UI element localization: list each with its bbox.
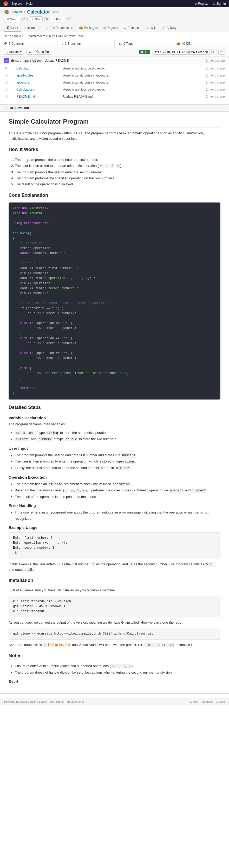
list-item: The program prompts the user to enter th… (15, 157, 221, 163)
install-git-code: C:\Users\Richard> git --versiongit versi… (8, 596, 221, 618)
list-item: Ensure to enter valid numeric values and… (15, 663, 221, 670)
rss-link[interactable]: RSS (53, 11, 59, 14)
inline-code: - (104, 164, 108, 168)
file-name-link[interactable]: .gitattributes (17, 74, 33, 77)
file-type-icon: 📄 (0, 79, 12, 86)
how-it-works-heading: How It Works (8, 147, 221, 154)
tags-stat[interactable]: 🏷 0 Tags (115, 40, 172, 47)
var-decl-heading: Variable Declaration (8, 416, 221, 420)
file-name-link[interactable]: Calculator (17, 67, 30, 70)
file-time: 2 months ago (172, 93, 229, 100)
file-type-icon: 📄 (0, 86, 12, 93)
tab-pull-requests[interactable]: ⑂ Pull Requests 0 (44, 24, 76, 32)
inline-code: / (116, 164, 120, 168)
powered-by: Powered by Gitea (4, 700, 27, 703)
watch-button[interactable]: 👁 Watch (4, 17, 21, 22)
help-link[interactable]: Help (26, 2, 33, 5)
size-stat: 📦 40 KiB (172, 40, 229, 47)
commits-stat[interactable]: ⏱ 5 Commits (0, 40, 58, 47)
readme-title: Simple Calculator Program (8, 118, 221, 127)
branch-selector[interactable]: ⑂ master ▾ (4, 49, 24, 55)
list-item: operation of type string to store the ar… (15, 430, 221, 436)
tab-activity[interactable]: ⚡ Activity (159, 24, 179, 32)
more-options-btn[interactable]: ⋯ (218, 49, 225, 55)
go-to-file-btn[interactable]: Go to file (34, 49, 51, 55)
wiki-icon: 📖 (145, 26, 150, 30)
readme-filename: README.md (10, 106, 29, 110)
inline-code: * (91, 562, 95, 567)
site-logo[interactable]: G (3, 1, 8, 6)
file-table: 📁 Calculator Agregar archivos de proyect… (0, 65, 229, 100)
install-clone-desc: As you can see, we can get the output of… (8, 620, 221, 625)
inline-code: if-else (48, 482, 63, 487)
file-commit-msg: Agregar .gitattributes y .gitignore. (59, 79, 172, 86)
page-footer: Powered by Gitea Version: 1.21.6 Page: 5… (0, 698, 229, 705)
list-item: The program does not handle division by … (15, 670, 221, 675)
list-item: Based on the operation entered (+, -, *,… (15, 487, 221, 494)
file-commit-msg: Agregar archivos de proyecto. (59, 65, 172, 72)
owner-link[interactable]: richard (11, 10, 22, 14)
inline-code: double (65, 437, 78, 441)
tab-packages[interactable]: 📦 Packages (76, 24, 100, 32)
inline-code: number1 (121, 454, 136, 458)
code-icon: ⟨⟩ (7, 26, 9, 30)
signin-link[interactable]: ⊞ Sign In (212, 2, 226, 5)
branches-stat[interactable]: ⑂ 2 Branches (58, 40, 115, 47)
size-icon: 📦 (176, 42, 180, 45)
nav-links: Explore Help (11, 2, 32, 5)
commit-hash[interactable]: 2a427a1b0f (23, 59, 43, 63)
version-info: Version: 1.21.6 Page: 565ms Template: 6m… (28, 700, 84, 703)
tags-icon: 🏷 (119, 42, 122, 45)
inline-code: / (81, 489, 86, 493)
projects-icon: ◫ (103, 26, 106, 30)
list-item: The program prompts the user to enter th… (15, 452, 221, 459)
inline-code: 3 (129, 562, 133, 567)
file-name-link[interactable]: README.md (17, 95, 35, 98)
clone-url-input[interactable] (153, 49, 210, 55)
file-name-link[interactable]: .gitignore (17, 81, 29, 84)
vs-file-ref: Calculator.sln (43, 643, 71, 647)
tab-code[interactable]: ⟨⟩ Code (4, 24, 21, 32)
code-block: #include <iostream> #include <cmath> usi… (8, 203, 221, 400)
fork-button[interactable]: ⑂ Fork (51, 17, 64, 22)
auth-links: ⊕ Register ⊞ Sign In (194, 2, 226, 5)
tab-wiki[interactable]: 📖 Wiki (143, 24, 159, 32)
repo-tabs: ⟨⟩ Code ⚠ Issues 0 ⑂ Pull Requests 0 📦 P… (0, 24, 229, 32)
tab-projects[interactable]: ◫ Projects (100, 24, 121, 32)
register-link[interactable]: ⊕ Register (194, 2, 209, 5)
file-time: 2 months ago (172, 65, 229, 72)
list-item: The program performs the specified opera… (15, 175, 221, 181)
english-link[interactable]: English (190, 700, 199, 703)
explore-link[interactable]: Explore (11, 2, 22, 5)
commit-bar: r richard 2a427a1b0f Update README... 2 … (0, 57, 229, 65)
list-item: The user is then prompted to enter the o… (15, 458, 221, 465)
list-item: The result of the operation is then prin… (15, 494, 221, 500)
copy-url-btn[interactable]: ⎘ (211, 49, 217, 54)
file-type-icon: 📁 (0, 65, 12, 72)
tab-issues[interactable]: ⚠ Issues 0 (21, 24, 44, 32)
footer-links: English Licenses Credits (190, 700, 225, 703)
repo-actions: 👁 Watch 1 ☆ Star 0 ⑂ Fork 0 (4, 17, 225, 22)
install-clone-code: git clone --recursive http://gitea.compi… (8, 628, 221, 640)
licenses-link[interactable]: Licenses (202, 700, 213, 703)
commit-author[interactable]: richard (11, 59, 22, 62)
table-row: 📄 .gitignore Agregar .gitattributes y .g… (0, 79, 229, 86)
table-row: 📁 Calculator Agregar archivos de proyect… (0, 65, 229, 72)
inline-code: number1 (169, 489, 184, 493)
file-tree-btn[interactable]: ≡ (27, 49, 33, 55)
top-navigation: G Explore Help ⊕ Register ⊞ Sign In (0, 0, 229, 7)
file-type-icon: 📄 (0, 72, 12, 79)
star-button[interactable]: ☆ Star (29, 17, 43, 22)
table-row: 📄 README.md Update README.md 2 months ag… (0, 93, 229, 100)
issues-icon: ⚠ (23, 26, 26, 30)
inline-code: 5 * 3 (205, 562, 217, 567)
file-name-link[interactable]: Calculator.sln (17, 88, 35, 91)
inline-code: number2 (192, 489, 207, 493)
http-badge: HTTP (139, 50, 150, 54)
file-time: 2 months ago (172, 86, 229, 93)
credits-link[interactable]: Credits (216, 700, 225, 703)
repo-name-link[interactable]: Calculator (27, 9, 50, 15)
inline-code: number2 (115, 466, 130, 470)
tab-releases[interactable]: 🏷 Releases (121, 24, 143, 32)
inline-code: + (99, 164, 103, 168)
